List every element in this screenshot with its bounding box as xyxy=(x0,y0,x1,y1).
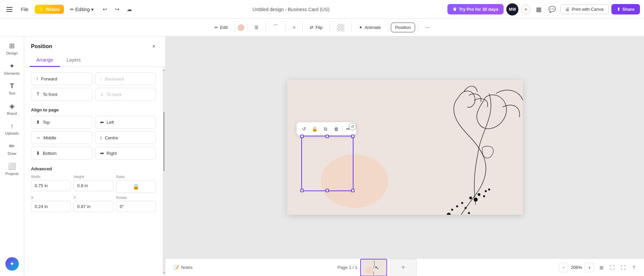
align-top-icon: ⬆ xyxy=(36,119,40,125)
sidebar-item-projects[interactable]: ⬜ Projects xyxy=(2,160,22,178)
ctx-duplicate-button[interactable]: ⧉ xyxy=(320,124,331,134)
align-middle-icon: ↔ xyxy=(36,135,41,140)
lines-tool[interactable]: ☰ xyxy=(250,23,263,32)
ctx-separator xyxy=(342,126,343,132)
transparency-tool[interactable] xyxy=(333,22,349,34)
zoom-out-button[interactable]: − xyxy=(559,263,568,272)
grid-view-button[interactable]: ⛶ xyxy=(608,263,617,272)
redo-button[interactable]: ↪ xyxy=(112,4,123,15)
position-tool[interactable]: Position xyxy=(391,23,415,32)
scroll-down-arrow[interactable]: ▼ xyxy=(162,271,165,275)
align-bottom-button[interactable]: ⬇ Bottom xyxy=(31,147,92,160)
sidebar-item-uploads[interactable]: ↑ Uploads xyxy=(2,119,22,138)
sidebar-item-text[interactable]: T Text xyxy=(2,79,22,98)
cloud-save-button[interactable]: ☁ xyxy=(124,4,135,15)
y-label: Y xyxy=(73,196,113,200)
align-right-icon: ➡ xyxy=(100,150,104,156)
ctx-more-button[interactable]: ••• xyxy=(343,124,354,134)
svg-point-10 xyxy=(485,190,487,192)
backward-button[interactable]: ↓ Backward xyxy=(95,72,156,85)
text-icon: T xyxy=(10,82,14,90)
svg-point-8 xyxy=(478,193,480,196)
corner-icon: ⌒ xyxy=(273,24,278,31)
flip-tool[interactable]: ⇄ Flip xyxy=(305,23,327,32)
align-centre-icon: ↕ xyxy=(100,135,102,140)
help-button[interactable]: ? xyxy=(629,263,639,272)
color-swatch-tool[interactable] xyxy=(238,24,244,31)
panel-scrollbar[interactable]: ▲ ▼ xyxy=(163,67,165,276)
svg-point-4 xyxy=(461,202,463,204)
hamburger-icon[interactable] xyxy=(4,4,15,15)
height-input[interactable] xyxy=(73,180,113,191)
add-page-button[interactable]: + xyxy=(390,259,417,276)
align-right-button[interactable]: ➡ Right xyxy=(95,147,156,160)
magic-button[interactable]: ✦ xyxy=(5,257,19,271)
ratio-lock-button[interactable]: 🔒 xyxy=(116,180,156,193)
sidebar-item-design[interactable]: ⊞ Design xyxy=(2,39,22,58)
file-button[interactable]: File xyxy=(18,5,32,14)
svg-point-6 xyxy=(469,197,472,199)
ctx-rotate-button[interactable]: ↺ xyxy=(299,124,309,134)
animate-tool[interactable]: ✦ Animate xyxy=(354,23,385,32)
handle-bottom-mid[interactable] xyxy=(326,189,329,192)
scroll-up-arrow[interactable]: ▲ xyxy=(162,68,165,72)
fullscreen-button[interactable]: ⛶ xyxy=(618,263,628,272)
x-input[interactable] xyxy=(31,201,71,212)
to-back-icon: ⤓ xyxy=(100,92,104,97)
flip-icon: ⇄ xyxy=(310,25,313,30)
toolbar-divider-4 xyxy=(285,23,286,32)
align-section-title: Align to page xyxy=(31,107,156,112)
print-button[interactable]: 🖨 Print with Canva xyxy=(560,4,609,14)
tab-layers[interactable]: Layers xyxy=(60,54,88,67)
svg-point-2 xyxy=(451,209,453,211)
more-tool[interactable]: ⋯ xyxy=(421,23,434,32)
ratio-wrapper: Ratio 🔒 xyxy=(116,175,156,193)
share-button[interactable]: ⬆ Share xyxy=(611,4,640,14)
tab-arrange[interactable]: Arrange xyxy=(30,54,60,67)
context-toolbar: ↺ 🔒 ⧉ 🗑 ••• xyxy=(297,122,356,136)
panel-close-button[interactable]: × xyxy=(149,42,159,51)
fit-page-button[interactable]: ⊞ xyxy=(597,263,606,272)
ctx-lock-button[interactable]: 🔒 xyxy=(309,124,320,134)
align-centre-button[interactable]: ↕ Centre xyxy=(95,131,156,144)
undo-button[interactable]: ↩ xyxy=(100,4,110,15)
forward-button[interactable]: ↑ Forward xyxy=(31,72,92,85)
to-front-button[interactable]: ⤒ To front xyxy=(31,88,92,101)
rotate-input[interactable] xyxy=(116,201,156,212)
align-top-button[interactable]: ⬆ Top xyxy=(31,116,92,129)
edit-tool[interactable]: ✏ Edit xyxy=(210,23,232,32)
user-avatar[interactable]: MW xyxy=(506,3,518,15)
draw-icon: ✏ xyxy=(9,142,15,150)
uploads-icon: ↑ xyxy=(10,122,14,130)
corner-tool[interactable]: ⌒ xyxy=(269,22,283,33)
y-input[interactable] xyxy=(73,201,113,212)
analytics-button[interactable]: ▦ xyxy=(533,4,544,15)
page-thumb-num: 1 xyxy=(373,271,375,275)
zoom-in-button[interactable]: + xyxy=(585,263,594,272)
comments-button[interactable]: 💬 xyxy=(547,4,557,15)
crop-icon: ⌗ xyxy=(293,25,295,30)
crop-tool[interactable]: ⌗ xyxy=(289,23,300,33)
x-label: X xyxy=(31,196,71,200)
resize-button[interactable]: ⭐ Resize xyxy=(35,5,64,14)
sidebar-item-draw[interactable]: ✏ Draw xyxy=(2,139,22,158)
page-thumbnail-1[interactable]: 1 xyxy=(360,259,387,276)
handle-bottom-right[interactable] xyxy=(351,189,354,192)
design-canvas[interactable]: ↺ 🔒 ⧉ 🗑 ••• ↺ xyxy=(287,80,523,215)
try-pro-button[interactable]: ♛ Try Pro for 30 days xyxy=(447,4,504,14)
magic-icon: ✦ xyxy=(9,260,14,268)
toolbar-divider-1 xyxy=(235,23,235,32)
align-left-button[interactable]: ⬅ Left xyxy=(95,116,156,129)
align-middle-button[interactable]: ↔ Middle xyxy=(31,131,92,144)
add-collaborator-button[interactable]: + xyxy=(521,5,531,14)
svg-point-0 xyxy=(321,154,388,208)
svg-point-1 xyxy=(447,213,451,215)
width-input[interactable] xyxy=(31,180,71,191)
sidebar-item-elements[interactable]: ✦ Elements xyxy=(2,59,22,78)
to-back-button[interactable]: ⤓ To back xyxy=(95,88,156,101)
handle-bottom-left[interactable] xyxy=(300,189,304,192)
sidebar-item-brand[interactable]: ◈ Brand xyxy=(2,99,22,118)
editing-button[interactable]: ✏ Editing ▾ xyxy=(67,5,97,14)
ctx-delete-button[interactable]: 🗑 xyxy=(331,124,342,134)
notes-button[interactable]: 📝 Notes xyxy=(171,264,195,271)
